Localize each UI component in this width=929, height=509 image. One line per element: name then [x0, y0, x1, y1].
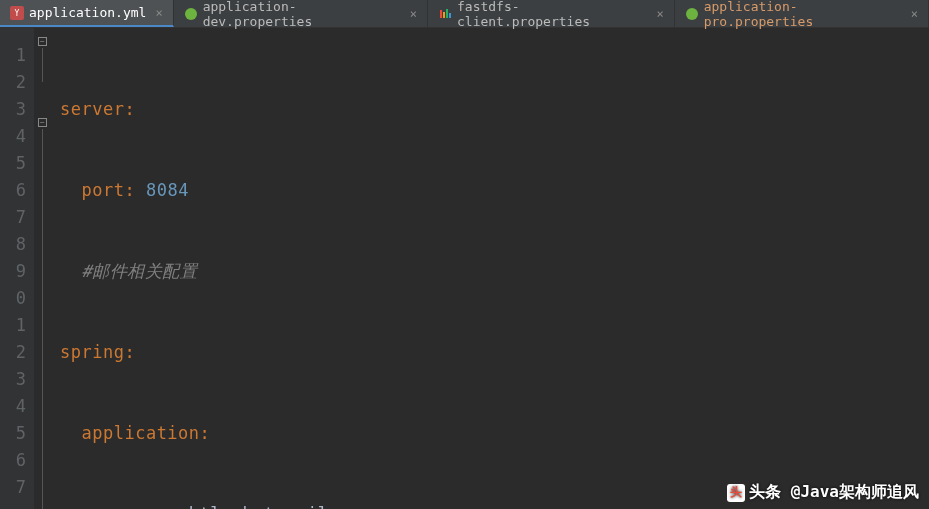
tab-application-dev[interactable]: application-dev.properties × [174, 0, 428, 27]
tab-label: application-dev.properties [203, 0, 401, 29]
close-icon[interactable]: × [410, 7, 417, 21]
tab-application-yml[interactable]: Y application.yml × [0, 0, 174, 27]
tab-label: application.yml [29, 5, 146, 20]
spring-icon [685, 7, 699, 21]
spring-icon [184, 7, 198, 21]
toutiao-icon: 头 [727, 484, 745, 502]
fold-icon[interactable]: − [38, 118, 47, 127]
tab-label: fastdfs-client.properties [457, 0, 647, 29]
code-editor[interactable]: 1 2 3 4 5 6 7 8 9 0 1 2 3 4 5 6 7 − − se… [0, 28, 929, 509]
svg-rect-5 [446, 9, 448, 18]
close-icon[interactable]: × [911, 7, 918, 21]
code-line: application: [60, 420, 929, 447]
properties-icon [438, 7, 452, 21]
yaml-icon: Y [10, 6, 24, 20]
svg-text:Y: Y [15, 9, 20, 18]
line-gutter: 1 2 3 4 5 6 7 8 9 0 1 2 3 4 5 6 7 [0, 28, 34, 509]
tab-application-pro[interactable]: application-pro.properties × [675, 0, 929, 27]
close-icon[interactable]: × [155, 6, 162, 20]
code-area[interactable]: server: port: 8084 #邮件相关配置 spring: appli… [52, 28, 929, 509]
code-line: #邮件相关配置 [60, 258, 929, 285]
code-line: spring: [60, 339, 929, 366]
editor-tabs: Y application.yml × application-dev.prop… [0, 0, 929, 28]
fold-column: − − [34, 28, 52, 509]
tab-fastdfs-client[interactable]: fastdfs-client.properties × [428, 0, 675, 27]
watermark: 头 头条 @Java架构师追风 [727, 482, 919, 503]
svg-point-7 [686, 8, 698, 20]
tab-label: application-pro.properties [704, 0, 902, 29]
code-line: server: [60, 96, 929, 123]
svg-rect-4 [443, 12, 445, 18]
svg-point-2 [185, 8, 197, 20]
svg-rect-6 [449, 13, 451, 18]
fold-icon[interactable]: − [38, 37, 47, 46]
svg-rect-3 [440, 10, 442, 18]
close-icon[interactable]: × [656, 7, 663, 21]
code-line: port: 8084 [60, 177, 929, 204]
